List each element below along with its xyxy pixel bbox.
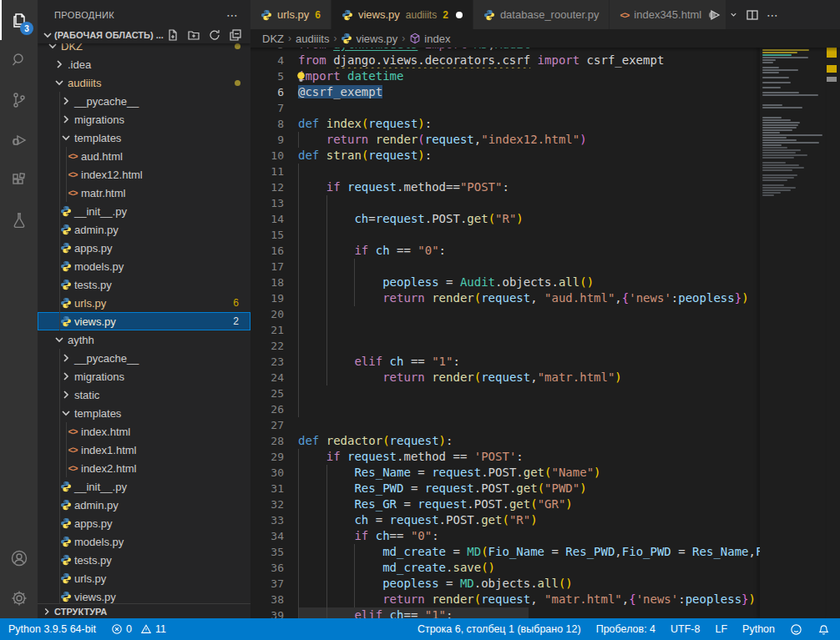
extensions-icon[interactable]	[0, 160, 38, 200]
sidebar-item--pycache-[interactable]: __pycache__	[38, 92, 250, 110]
new-file-icon[interactable]	[166, 28, 180, 42]
sidebar-item-audiiits[interactable]: audiiits	[38, 73, 250, 92]
sidebar-item-migrations[interactable]: migrations	[38, 367, 250, 386]
error-icon	[111, 623, 123, 635]
line-number: 23	[250, 354, 284, 370]
settings-gear-icon[interactable]	[0, 578, 38, 618]
sidebar-item-tests-py[interactable]: tests.py	[38, 551, 250, 569]
sidebar-item-tests-py[interactable]: tests.py	[38, 275, 250, 294]
tab-urls-py[interactable]: urls.py6	[250, 0, 331, 29]
minimap-line	[762, 72, 779, 73]
notifications-bell-icon[interactable]	[817, 623, 830, 636]
sidebar-item-admin-py[interactable]: admin.py	[38, 220, 250, 239]
sidebar-item-urls-py[interactable]: urls.py6	[38, 294, 250, 312]
code-editor[interactable]: 3from aythh.models import MD,Audit4from …	[250, 48, 840, 618]
sidebar-item--init-py[interactable]: __init__.py	[38, 202, 250, 220]
minimap[interactable]	[760, 48, 825, 618]
run-python-file-icon[interactable]	[706, 8, 721, 23]
cursor-position-status[interactable]: Строка 6, столбец 1 (выбрано 12)	[417, 623, 581, 635]
feedback-icon[interactable]	[790, 623, 802, 636]
search-icon[interactable]	[0, 40, 38, 80]
html-file-icon: <>	[620, 10, 629, 20]
sidebar-item-urls-py[interactable]: urls.py	[38, 569, 250, 587]
run-debug-icon[interactable]	[0, 120, 38, 160]
indentation-status[interactable]: Пробелов: 4	[596, 623, 655, 635]
code-line: 11	[250, 164, 760, 179]
minimap-line	[762, 134, 822, 136]
refresh-icon[interactable]	[208, 28, 221, 42]
breadcrumb-item-views-py[interactable]: views.py	[341, 33, 397, 45]
eol-status[interactable]: LF	[715, 623, 727, 635]
encoding-status[interactable]: UTF-8	[670, 623, 700, 635]
sidebar-item-aythh[interactable]: aythh	[38, 330, 250, 349]
account-icon[interactable]	[0, 538, 38, 578]
chevron-down-icon	[53, 333, 66, 346]
tab-database-roouter-py[interactable]: database_roouter.py	[473, 0, 610, 29]
sidebar-item-templates[interactable]: templates	[38, 129, 250, 147]
collapse-all-icon[interactable]	[229, 28, 242, 42]
outline-section-header[interactable]: СТРУКТУРА	[38, 603, 250, 618]
lightbulb-icon[interactable]	[296, 71, 306, 83]
status-bar: Python 3.9.5 64-bit 0 11 Строка 6, столб…	[0, 618, 840, 640]
sidebar-item-index-html[interactable]: <>index.html	[38, 422, 250, 441]
warning-count: 11	[155, 623, 166, 635]
sidebar-item--init-py[interactable]: __init__.py	[38, 477, 250, 496]
sidebar-item-models-py[interactable]: models.py	[38, 257, 250, 275]
sidebar-item-models-py[interactable]: models.py	[38, 532, 250, 551]
sidebar-item-index2-html[interactable]: <>index2.html	[38, 459, 250, 477]
new-folder-icon[interactable]	[187, 28, 200, 42]
workspace-section-header[interactable]: (РАБОЧАЯ ОБЛАСТЬ) ...	[38, 27, 250, 43]
minimap-line	[762, 157, 794, 159]
modified-dot	[235, 43, 240, 49]
sidebar-item-templates[interactable]: templates	[38, 404, 250, 422]
minimap-line	[762, 162, 786, 164]
sidebar-item-views-py[interactable]: views.py2	[38, 312, 250, 330]
line-number: 19	[250, 290, 284, 306]
breadcrumb-separator: ›	[402, 33, 405, 44]
tree-indent-guide	[66, 147, 67, 202]
code-line: 10def stran(request):	[250, 148, 760, 164]
sidebar-item-static[interactable]: static	[38, 386, 250, 404]
explorer-more-icon[interactable]: ⋯	[226, 8, 239, 22]
tab-views-py[interactable]: views.pyaudiiits2	[331, 0, 473, 29]
sidebar-item-index12-html[interactable]: <>index12.html	[38, 165, 250, 184]
source-control-icon[interactable]	[0, 80, 38, 120]
editor-group: urls.py6views.pyaudiiits2database_rooute…	[250, 0, 840, 618]
breadcrumb-item-audiiits[interactable]: audiiits	[296, 33, 329, 45]
sidebar-item-aud-html[interactable]: <>aud.html	[38, 147, 250, 165]
line-number: 39	[250, 607, 284, 618]
sidebar-item-admin-py[interactable]: admin.py	[38, 496, 250, 514]
sidebar-item-index1-html[interactable]: <>index1.html	[38, 441, 250, 459]
explorer-icon[interactable]: 3	[0, 0, 38, 40]
overview-ruler-mark	[827, 65, 837, 73]
sidebar-item-apps-py[interactable]: apps.py	[38, 514, 250, 532]
overview-ruler	[825, 48, 840, 618]
sidebar-item--idea[interactable]: .idea	[38, 55, 250, 73]
chevron-right-icon	[59, 388, 73, 401]
testing-icon[interactable]	[0, 200, 38, 240]
run-dropdown-chevron-icon[interactable]	[729, 10, 738, 19]
breadcrumb-item-index[interactable]: index	[409, 33, 450, 45]
code-line: 39 elif ch== "1":	[250, 607, 760, 618]
tree-indent-guide	[59, 92, 60, 330]
python-interpreter-status[interactable]: Python 3.9.5 64-bit	[8, 623, 96, 635]
line-number: 29	[250, 449, 284, 465]
problems-status[interactable]: 0 11	[111, 623, 166, 635]
language-mode-status[interactable]: Python	[742, 623, 775, 635]
python-file-icon	[60, 224, 72, 235]
minimap-line	[762, 94, 818, 96]
breadcrumb-item-DKZ[interactable]: DKZ	[262, 33, 284, 45]
editor-more-icon[interactable]: ⋯	[767, 8, 779, 22]
line-number: 16	[250, 243, 284, 259]
python-file-icon	[60, 499, 72, 511]
sidebar-item-matr-html[interactable]: <>matr.html	[38, 184, 250, 202]
sidebar-item-migrations[interactable]: migrations	[38, 110, 250, 129]
minimap-line	[762, 189, 791, 191]
sidebar-item-apps-py[interactable]: apps.py	[38, 239, 250, 257]
minimap-line	[762, 192, 781, 194]
split-editor-icon[interactable]	[746, 8, 759, 22]
sidebar-item--pycache-[interactable]: __pycache__	[38, 349, 250, 367]
minimap-line	[762, 67, 779, 68]
problems-badge: 2	[233, 315, 239, 327]
line-number: 20	[250, 306, 284, 322]
